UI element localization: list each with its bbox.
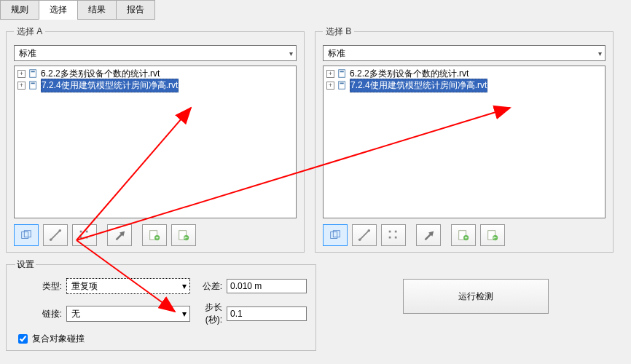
chevron-down-icon: ▾: [598, 50, 602, 58]
tolerance-label: 公差:: [190, 280, 227, 293]
expand-icon[interactable]: +: [17, 70, 26, 78]
tolerance-input[interactable]: [227, 279, 307, 293]
svg-rect-2: [30, 82, 36, 90]
filter-line-button[interactable]: [43, 224, 68, 246]
selection-a-legend: 选择 A: [14, 25, 45, 38]
link-combo[interactable]: 无 ▾: [66, 306, 190, 322]
file-icon: [28, 80, 39, 90]
selection-b-panel: 选择 B 标准 ▾ + 6.2.2多类别设备个数的统计.rvt + 7.2.4使…: [315, 25, 614, 253]
file-icon: [28, 68, 39, 79]
selection-a-category-combo[interactable]: 标准 ▾: [14, 45, 297, 61]
sheet-back-button[interactable]: [480, 224, 505, 246]
svg-point-7: [50, 239, 52, 242]
sheet-add-button[interactable]: [451, 224, 476, 246]
selection-b-list[interactable]: + 6.2.2多类别设备个数的统计.rvt + 7.2.4使用建筑模型统计房间净…: [323, 66, 605, 218]
svg-point-24: [358, 239, 361, 242]
top-tabs: 规则 选择 结果 报告: [0, 0, 631, 20]
link-label: 链接:: [15, 308, 66, 320]
file-icon: [337, 80, 348, 90]
expand-icon[interactable]: +: [17, 82, 26, 90]
expand-icon[interactable]: +: [326, 82, 334, 90]
tab-results[interactable]: 结果: [77, 0, 117, 20]
type-combo[interactable]: 重复项 ▾: [66, 278, 190, 294]
filter-line-button[interactable]: [352, 224, 377, 246]
svg-line-6: [51, 231, 60, 240]
svg-rect-27: [395, 231, 397, 233]
svg-rect-28: [389, 237, 391, 239]
svg-rect-17: [339, 70, 345, 78]
expand-icon[interactable]: +: [326, 70, 334, 78]
selection-a-list[interactable]: + 6.2.2多类别设备个数的统计.rvt + 7.2.4使用建筑模型统计房间净…: [14, 66, 297, 218]
selection-b-legend: 选择 B: [323, 25, 354, 38]
sheet-back-button[interactable]: [171, 224, 196, 246]
svg-rect-3: [31, 83, 35, 84]
svg-rect-12: [86, 237, 88, 239]
svg-rect-11: [80, 237, 82, 239]
svg-point-25: [368, 229, 371, 232]
svg-rect-0: [30, 70, 36, 78]
file-icon: [337, 68, 348, 79]
svg-rect-18: [340, 71, 344, 73]
step-label: 步长(秒):: [190, 301, 227, 326]
filter-dots-button[interactable]: [381, 224, 406, 246]
chevron-down-icon: ▾: [289, 50, 293, 58]
filter-arrow-button[interactable]: [416, 224, 441, 246]
chevron-down-icon: ▾: [182, 281, 187, 291]
svg-rect-29: [395, 237, 397, 239]
svg-rect-10: [86, 231, 88, 233]
sheet-add-button[interactable]: [142, 224, 167, 246]
list-item[interactable]: + 7.2.4使用建筑模型统计房间净高.rvt: [325, 79, 603, 91]
filter-cube-button[interactable]: [323, 224, 348, 246]
svg-rect-1: [31, 71, 35, 73]
svg-line-23: [360, 231, 369, 240]
run-detection-button[interactable]: 运行检测: [403, 279, 549, 314]
svg-point-8: [59, 229, 62, 232]
chevron-down-icon: ▾: [182, 309, 187, 319]
selection-a-panel: 选择 A 标准 ▾ + 6.2.2多类别设备个数的统计.rvt + 7.2.4使…: [6, 25, 305, 253]
step-input[interactable]: [227, 306, 307, 321]
composite-collision-label: 复合对象碰撞: [32, 333, 85, 345]
type-label: 类型:: [15, 280, 66, 293]
tab-report[interactable]: 报告: [116, 0, 155, 20]
selection-a-toolbar: [14, 224, 297, 246]
settings-legend: 设置: [15, 258, 36, 271]
selection-b-toolbar: [323, 224, 605, 246]
list-item[interactable]: + 7.2.4使用建筑模型统计房间净高.rvt: [16, 79, 294, 91]
tab-rules[interactable]: 规则: [0, 0, 39, 20]
selection-b-category-combo[interactable]: 标准 ▾: [323, 45, 605, 61]
filter-arrow-button[interactable]: [107, 224, 132, 246]
svg-rect-19: [339, 82, 345, 90]
svg-rect-26: [389, 231, 391, 233]
filter-dots-button[interactable]: [72, 224, 97, 246]
settings-panel: 设置 类型: 重复项 ▾ 公差: 链接: 无 ▾ 步长(秒): 复合对象碰撞: [6, 258, 316, 351]
svg-rect-20: [340, 83, 344, 84]
tab-select[interactable]: 选择: [39, 0, 78, 20]
composite-collision-checkbox[interactable]: [18, 334, 28, 344]
filter-cube-button[interactable]: [14, 224, 39, 246]
svg-rect-9: [80, 231, 82, 233]
